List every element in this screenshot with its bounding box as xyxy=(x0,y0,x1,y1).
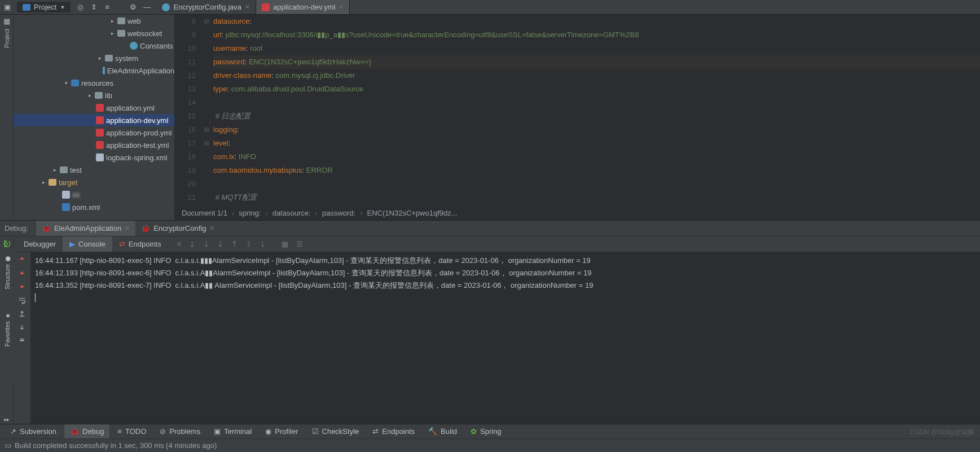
bottom-tab-build[interactable]: 🔨Build xyxy=(423,424,463,438)
file-tab[interactable]: application-dev.yml✕ xyxy=(256,0,350,14)
tree-item[interactable]: Constants xyxy=(14,40,174,52)
tree-item[interactable]: ▸test xyxy=(14,164,174,176)
clear-icon[interactable] xyxy=(18,337,26,345)
up-icon[interactable] xyxy=(18,269,26,277)
expand-icon[interactable]: ▾ xyxy=(63,80,69,86)
code-line[interactable]: com.baomidou.mybatisplus: ERROR xyxy=(213,164,980,177)
bottom-tab-endpoints[interactable]: ⇄Endpoints xyxy=(367,424,420,438)
code-line[interactable]: level: xyxy=(213,137,980,150)
tree-item[interactable]: EleAdminApplication xyxy=(14,64,174,77)
step-icon[interactable]: ⤓ xyxy=(203,240,209,248)
console-line: 16:44:12.193 [http-nio-8091-exec-6] INFO… xyxy=(35,267,975,279)
hide-icon[interactable]: — xyxy=(143,3,151,11)
step-icon[interactable]: ☰ xyxy=(296,240,303,248)
tree-item[interactable]: ▸websocket xyxy=(14,27,174,40)
file-tab[interactable]: EncryptorConfig.java✕ xyxy=(156,0,256,14)
tree-item[interactable]: inl xyxy=(14,188,174,201)
breadcrumb-item[interactable]: Document 1/1 xyxy=(182,209,227,217)
sidebar-toggle-icon[interactable]: ▣ xyxy=(3,3,11,11)
breadcrumb-item[interactable]: password: xyxy=(322,209,355,217)
code-line[interactable]: password: ENC(1N32sC+pwo1qf9dzHakzNw==) xyxy=(213,55,980,69)
breadcrumb[interactable]: Document 1/1›spring:›datasource:›passwor… xyxy=(175,205,980,220)
breadcrumb-item[interactable]: spring: xyxy=(239,209,261,217)
tree-item[interactable]: application.yml xyxy=(14,102,174,114)
code-area[interactable]: datasource: url: jdbc:mysql://localhost:… xyxy=(210,15,980,205)
tree-item[interactable]: application-prod.yml xyxy=(14,126,174,139)
bottom-tab-profiler[interactable]: ◉Profiler xyxy=(260,424,304,438)
tree-item[interactable]: ▾resources xyxy=(14,77,174,89)
project-dropdown[interactable]: Project ▼ xyxy=(17,2,71,12)
expand-icon[interactable]: ▸ xyxy=(87,93,93,98)
yml-icon xyxy=(96,116,104,124)
step-icon[interactable]: ⤸ xyxy=(245,240,252,248)
expand-icon[interactable]: ▸ xyxy=(109,18,115,24)
tree-item[interactable]: logback-spring.xml xyxy=(14,151,174,164)
breadcrumb-item[interactable]: datasource: xyxy=(273,209,311,217)
bottom-tab-checkstyle[interactable]: ☑CheckStyle xyxy=(306,424,365,438)
top-icon[interactable] xyxy=(18,256,26,264)
divide-icon[interactable]: ≡ xyxy=(103,3,111,11)
tree-item[interactable]: ▸system xyxy=(14,52,174,64)
debug-tab-console[interactable]: ▶Console xyxy=(63,236,112,252)
fold-gutter[interactable]: ⊟⊟⊟ xyxy=(203,15,210,205)
code-line[interactable]: type: com.alibaba.druid.pool.DruidDataSo… xyxy=(213,82,980,96)
code-line[interactable]: url: jdbc:mysql://localhost:3306/i▮▮p_a▮… xyxy=(213,28,980,42)
code-line[interactable]: com.lx: INFO xyxy=(213,150,980,164)
structure-tool[interactable]: Structure ⬢ xyxy=(3,255,11,289)
tree-item[interactable]: application-dev.yml xyxy=(14,114,174,126)
step-icon[interactable]: ⤹ xyxy=(260,240,266,248)
debug-tab-debugger[interactable]: Debugger xyxy=(17,236,63,252)
breadcrumb-item[interactable]: ENC(1N32sC+pwo1qf9dz... xyxy=(367,209,458,217)
expand-icon[interactable]: ▸ xyxy=(52,167,58,173)
code-line[interactable] xyxy=(213,96,980,109)
code-line[interactable] xyxy=(213,177,980,191)
folder-icon[interactable]: ▦ xyxy=(3,17,10,25)
run-config-tab[interactable]: 🐞EleAdminApplication✕ xyxy=(36,221,135,236)
step-icon[interactable]: ⤒ xyxy=(231,240,238,248)
tree-item[interactable]: pom.xml xyxy=(14,201,174,213)
console-output[interactable]: 16:44:11.167 [http-nio-8091-exec-5] INFO… xyxy=(30,252,980,424)
step-icon[interactable]: ⤓ xyxy=(217,240,223,248)
favorites-tool[interactable]: Favorites ★ xyxy=(3,312,11,346)
expand-icon[interactable]: ▸ xyxy=(109,30,115,36)
code-line[interactable]: # 日志配置 xyxy=(213,109,980,123)
step-icon[interactable]: ≡ xyxy=(177,240,182,248)
step-icon[interactable]: ▦ xyxy=(282,240,288,248)
target-icon[interactable]: ◎ xyxy=(76,3,84,11)
expand-icon[interactable]: ▸ xyxy=(97,55,103,61)
bottom-tab-debug[interactable]: 🐞Debug xyxy=(64,424,109,438)
tree-item[interactable]: ▸lib xyxy=(14,89,174,102)
close-icon[interactable]: ✕ xyxy=(245,3,250,11)
tree-item[interactable]: application-test.yml xyxy=(14,139,174,151)
bottom-tab-todo[interactable]: ≡TODO xyxy=(112,424,152,438)
project-tree[interactable]: ▸web▸websocketConstants▸systemEleAdminAp… xyxy=(14,15,175,220)
double-chevron-icon[interactable] xyxy=(3,416,11,424)
bottom-tab-spring[interactable]: ✿Spring xyxy=(465,424,507,438)
bottom-tab-problems[interactable]: ⊘Problems xyxy=(154,424,206,438)
run-config-tab[interactable]: 🐞EncryptorConfig✕ xyxy=(135,221,220,236)
bottom-tab-subversion[interactable]: ↗Subversion xyxy=(5,424,62,438)
bottom-tab-terminal[interactable]: ▣Terminal xyxy=(208,424,257,438)
code-line[interactable]: driver-class-name: com.mysql.cj.jdbc.Dri… xyxy=(213,69,980,82)
code-line[interactable]: # MQTT配置 xyxy=(213,191,980,204)
scroll-down-icon[interactable] xyxy=(18,323,26,331)
code-line[interactable]: logging: xyxy=(213,123,980,137)
code-line[interactable]: username: root xyxy=(213,42,980,55)
close-icon[interactable]: ✕ xyxy=(339,3,344,11)
step-icon[interactable]: ⤓ xyxy=(189,240,195,248)
expand-icon[interactable]: ▸ xyxy=(41,179,46,185)
code-line[interactable]: datasource: xyxy=(213,15,980,28)
project-tool-label[interactable]: Project xyxy=(3,29,10,48)
down-icon[interactable] xyxy=(18,283,26,291)
export-icon[interactable] xyxy=(18,310,26,318)
prob-icon: ⊘ xyxy=(160,427,166,436)
gear-icon[interactable]: ⚙ xyxy=(129,3,137,11)
collapse-icon[interactable]: ⇕ xyxy=(90,3,98,11)
wrap-icon[interactable] xyxy=(18,296,26,304)
close-icon[interactable]: ✕ xyxy=(125,225,130,232)
rerun-icon[interactable] xyxy=(3,240,11,248)
tree-item[interactable]: ▸web xyxy=(14,15,174,27)
close-icon[interactable]: ✕ xyxy=(209,225,214,232)
debug-tab-endpoints[interactable]: ⇄Endpoints xyxy=(112,236,168,252)
tree-item[interactable]: ▸target xyxy=(14,176,174,188)
